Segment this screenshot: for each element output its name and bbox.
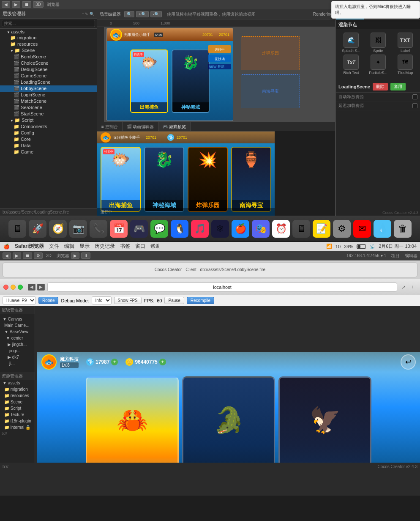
sa-internal[interactable]: 📁 internal 🔒: [0, 424, 35, 431]
recompile-btn[interactable]: Recompile: [187, 297, 214, 304]
dock-calendar[interactable]: 📅: [110, 220, 128, 238]
lazy-load-checkbox[interactable]: [412, 103, 417, 108]
traffic-minimize[interactable]: [11, 285, 16, 290]
toolbar-back-btn[interactable]: ◀: [2, 1, 10, 8]
preview-lobby-card-3[interactable]: 💥 炸弹乐园: [188, 147, 228, 212]
cocos-tb-fwd[interactable]: ▶: [13, 252, 21, 259]
tiledmap-icon[interactable]: 🗺: [398, 55, 413, 70]
sh-maincam[interactable]: Main Came...: [0, 322, 35, 329]
tree-item-scene-folder[interactable]: 📁 Scene: [0, 47, 97, 54]
traffic-maximize[interactable]: [18, 285, 23, 290]
tree-item-components[interactable]: 📁 Components: [0, 123, 97, 130]
gold-add-btn[interactable]: +: [159, 359, 166, 365]
tree-item-startscene[interactable]: 🎬 StartScene: [0, 111, 97, 117]
preview-lobby-card-1[interactable]: 🐡 出海捕鱼 特卖中: [101, 147, 141, 212]
dock-qq[interactable]: 🐧: [171, 220, 188, 238]
sa-script[interactable]: 📁 Script: [0, 405, 35, 411]
tab-console[interactable]: ≡ 控制台: [97, 122, 123, 131]
tree-item-loginscene[interactable]: 🎬 LoginScene: [0, 92, 97, 98]
scene-zoom-out[interactable]: -🔍: [150, 11, 162, 17]
traffic-close[interactable]: [3, 285, 8, 290]
safari-plus-icon[interactable]: +: [409, 283, 417, 291]
tree-item-game[interactable]: 📁 Game: [0, 149, 97, 155]
toolbar-fwd-btn[interactable]: ▶: [12, 1, 20, 8]
tree-item-data[interactable]: 📁 Data: [0, 143, 97, 149]
device-selector[interactable]: Huawei P9: [3, 296, 36, 304]
scene-zoom-fit[interactable]: 🔍: [124, 11, 134, 17]
sa-assets[interactable]: ▼ assets: [0, 380, 35, 386]
pause-btn[interactable]: Pause: [164, 297, 184, 304]
tree-item-script-folder[interactable]: 📁 Script: [0, 117, 97, 123]
tree-item-bombscene[interactable]: 🎬 BombScene: [0, 54, 97, 60]
game-card-sacred[interactable]: 🦅 圣兽宝藏 进入条件：≥ 500倍炮 👤 1832: [278, 376, 371, 463]
loading-scene-apply-btn[interactable]: 套用: [390, 83, 406, 90]
preview-lobby-card-4[interactable]: 🏺 南海寻宝: [231, 147, 271, 212]
tab-animation[interactable]: 🎬 动画编辑器: [123, 122, 159, 131]
back-button[interactable]: ↩: [401, 354, 416, 370]
sa-scene[interactable]: 📁 Scene: [0, 399, 35, 405]
diamond-add-btn[interactable]: +: [111, 359, 118, 365]
auto-play-checkbox[interactable]: [412, 94, 417, 99]
menu-edit[interactable]: 编辑: [64, 243, 74, 250]
sa-resources[interactable]: 📁 resources: [0, 392, 35, 399]
dock-phone[interactable]: 📞: [90, 220, 107, 238]
particle-icon[interactable]: ✦: [371, 55, 386, 70]
dock-notes[interactable]: 📝: [313, 220, 330, 238]
cocos-tb-play[interactable]: ▶: [71, 252, 79, 259]
sa-migration[interactable]: 📁 migration: [0, 386, 35, 392]
menu-window[interactable]: 窗口: [135, 243, 145, 250]
dock-react[interactable]: ⚛: [211, 220, 229, 238]
apple-menu[interactable]: 🍎: [3, 244, 10, 250]
menu-bookmarks[interactable]: 书签: [120, 243, 130, 250]
game-card-beach[interactable]: 🦀 欢乐浅滩 进入条件：≤ Lv.18 👤 1360: [86, 376, 179, 463]
dock-arcade[interactable]: 🎮: [130, 220, 148, 238]
sh-dk7[interactable]: ▶ dk7: [0, 354, 35, 360]
menu-file[interactable]: 文件: [49, 243, 59, 250]
label-icon[interactable]: TXT: [398, 33, 413, 48]
richtext-icon[interactable]: TxT: [344, 55, 359, 70]
dock-mail[interactable]: ✉: [353, 220, 371, 238]
preview-lobby-card-2[interactable]: 🐉 神秘海域: [144, 147, 184, 212]
safari-menu-app[interactable]: Safari浏览器: [15, 243, 44, 250]
tree-item-config[interactable]: 📁 Config: [0, 130, 97, 136]
safari-share-icon[interactable]: ↗: [400, 283, 407, 291]
cocos-tb-settings[interactable]: ⚙: [34, 252, 43, 259]
tree-item-lobbyscene[interactable]: 🎬 LobbyScene: [0, 85, 97, 92]
rotate-btn[interactable]: Rotate: [38, 297, 58, 304]
dock-launchpad[interactable]: 🚀: [29, 220, 46, 238]
tree-item-core[interactable]: 📁 Core: [0, 136, 97, 143]
tree-item-seascene[interactable]: 🎬 SeaScene: [0, 104, 97, 111]
dock-fluid[interactable]: 💧: [374, 220, 391, 238]
sh-canvas[interactable]: ▼ Canvas: [0, 316, 35, 322]
scene-canvas[interactable]: 0 500 1,000 🐟 无限捕鱼小能手 lv.15 20701 20701: [97, 19, 335, 122]
sa-texture[interactable]: 📁 Texture: [0, 411, 35, 418]
sh-jingch[interactable]: ▶ jingch...: [0, 341, 35, 348]
dock-appstore[interactable]: 🍎: [232, 220, 249, 238]
loading-scene-delete-btn[interactable]: 删除: [373, 83, 388, 90]
dock-discord[interactable]: 🎭: [252, 220, 270, 238]
tree-item-matchscene[interactable]: 🎬 MatchScene: [0, 98, 97, 104]
cocos-tb-editor[interactable]: 编辑器: [405, 253, 417, 259]
safari-back-btn[interactable]: ◀: [28, 284, 35, 291]
tab-preview[interactable]: 🎮 游戏预览: [158, 122, 191, 131]
hierarchy-search[interactable]: [0, 19, 97, 29]
game-card-deep[interactable]: 🐊 深海巨鳄 💰 100~3000 💰 无限制 👤 1306: [182, 376, 275, 463]
menu-view[interactable]: 显示: [79, 243, 90, 250]
url-bar[interactable]: localhost: [47, 282, 397, 292]
splash-scene-icon[interactable]: 🌊: [344, 33, 359, 48]
dock-trash[interactable]: 🗑: [394, 220, 412, 238]
sa-i18n[interactable]: 📁 i18n-plugin: [0, 418, 35, 424]
tree-item-choicescene[interactable]: 🎬 ChoiceScene: [0, 60, 97, 66]
cocos-tb-pause[interactable]: ⏸: [81, 252, 90, 259]
dock-safari[interactable]: 🧭: [49, 220, 67, 238]
dock-wechat[interactable]: 💬: [150, 220, 168, 238]
dock-photos[interactable]: 📷: [69, 220, 87, 238]
sh-center[interactable]: ▼ center: [0, 335, 35, 341]
dock-music[interactable]: 🎵: [191, 220, 209, 238]
cocos-tb-back[interactable]: ◀: [3, 252, 11, 259]
dock-clock[interactable]: ⏰: [272, 220, 290, 238]
tree-item-resources[interactable]: 📁 resources: [0, 41, 97, 47]
safari-fwd-btn[interactable]: ▶: [37, 284, 45, 291]
sprite-icon[interactable]: 🖼: [371, 33, 386, 48]
hierarchy-search-input[interactable]: [2, 20, 95, 27]
